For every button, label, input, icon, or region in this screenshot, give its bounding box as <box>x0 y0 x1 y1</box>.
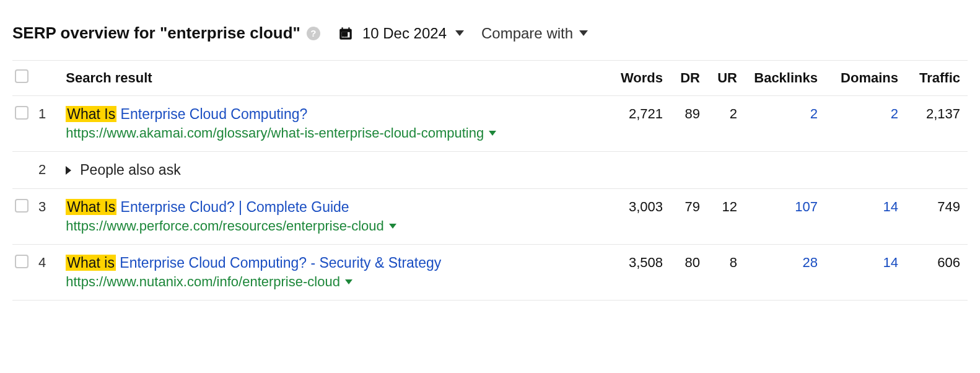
url-text: https://www.perforce.com/resources/enter… <box>66 218 384 234</box>
chevron-down-icon[interactable] <box>389 224 396 229</box>
title-rest: Enterprise Cloud? | Complete Guide <box>116 199 349 215</box>
select-all-checkbox[interactable] <box>15 69 28 83</box>
ur-value: 8 <box>707 245 745 301</box>
compare-label: Compare with <box>481 25 573 42</box>
domains-value[interactable]: 14 <box>825 189 906 245</box>
table-row: 2 People also ask <box>12 152 968 189</box>
dr-value: 89 <box>670 96 707 152</box>
row-checkbox[interactable] <box>15 255 28 268</box>
traffic-value: 2,137 <box>906 96 968 152</box>
col-domains[interactable]: Domains <box>825 61 906 96</box>
compare-selector[interactable]: Compare with <box>481 25 588 42</box>
table-row: 4 What is Enterprise Cloud Computing? - … <box>12 245 968 301</box>
table-row: 3 What Is Enterprise Cloud? | Complete G… <box>12 189 968 245</box>
dr-value: 80 <box>670 245 707 301</box>
ur-value: 12 <box>707 189 745 245</box>
title-rest: Enterprise Cloud Computing? <box>116 106 307 122</box>
ur-value: 2 <box>707 96 745 152</box>
date-value: 10 Dec 2024 <box>362 25 447 42</box>
backlinks-value[interactable]: 2 <box>745 96 825 152</box>
backlinks-value[interactable]: 28 <box>745 245 825 301</box>
header: SERP overview for "enterprise cloud" ? 1… <box>12 12 968 60</box>
rank: 2 <box>31 152 58 189</box>
row-checkbox[interactable] <box>15 199 28 213</box>
help-icon[interactable]: ? <box>307 27 320 40</box>
title-rest: Enterprise Cloud Computing? - Security &… <box>116 255 441 271</box>
domains-value[interactable]: 14 <box>825 245 906 301</box>
result-title[interactable]: What is Enterprise Cloud Computing? - Se… <box>66 255 606 271</box>
svg-rect-6 <box>342 35 344 36</box>
svg-rect-4 <box>342 32 344 33</box>
date-selector[interactable]: 10 Dec 2024 <box>338 25 464 42</box>
rank: 3 <box>31 189 58 245</box>
col-ur[interactable]: UR <box>707 61 745 96</box>
url-text: https://www.nutanix.com/info/enterprise-… <box>66 274 340 290</box>
domains-value[interactable]: 2 <box>825 96 906 152</box>
col-words[interactable]: Words <box>613 61 670 96</box>
result-title[interactable]: What Is Enterprise Cloud? | Complete Gui… <box>66 199 606 216</box>
backlinks-value[interactable]: 107 <box>745 189 825 245</box>
col-traffic[interactable]: Traffic <box>906 61 968 96</box>
result-url[interactable]: https://www.akamai.com/glossary/what-is-… <box>66 125 606 141</box>
chevron-down-icon[interactable] <box>345 279 352 284</box>
rank: 4 <box>31 245 58 301</box>
result-url[interactable]: https://www.nutanix.com/info/enterprise-… <box>66 274 606 290</box>
page-title: SERP overview for "enterprise cloud" ? <box>12 24 320 43</box>
rank: 1 <box>31 96 58 152</box>
calendar-icon <box>338 25 354 42</box>
svg-rect-5 <box>345 32 347 33</box>
col-dr[interactable]: DR <box>670 61 707 96</box>
words-value: 2,721 <box>613 96 670 152</box>
table-row: 1 What Is Enterprise Cloud Computing? ht… <box>12 96 968 152</box>
title-highlight: What Is <box>66 199 116 215</box>
words-value: 3,003 <box>613 189 670 245</box>
words-value: 3,508 <box>613 245 670 301</box>
url-text: https://www.akamai.com/glossary/what-is-… <box>66 125 484 141</box>
col-search-result[interactable]: Search result <box>58 61 613 96</box>
traffic-value: 606 <box>906 245 968 301</box>
chevron-down-icon <box>579 30 588 36</box>
chevron-down-icon <box>455 30 464 36</box>
traffic-value: 749 <box>906 189 968 245</box>
dr-value: 79 <box>670 189 707 245</box>
results-table: Search result Words DR UR Backlinks Doma… <box>12 60 968 301</box>
title-highlight: What Is <box>66 106 116 122</box>
chevron-right-icon <box>66 166 71 175</box>
result-url[interactable]: https://www.perforce.com/resources/enter… <box>66 218 606 234</box>
row-checkbox[interactable] <box>15 106 28 120</box>
people-also-ask[interactable]: People also ask <box>66 162 960 178</box>
paa-label: People also ask <box>80 162 180 178</box>
title-text: SERP overview for "enterprise cloud" <box>12 24 300 43</box>
chevron-down-icon[interactable] <box>489 131 496 136</box>
svg-rect-7 <box>345 35 347 36</box>
title-highlight: What is <box>66 255 116 271</box>
result-title[interactable]: What Is Enterprise Cloud Computing? <box>66 106 606 123</box>
col-backlinks[interactable]: Backlinks <box>745 61 825 96</box>
